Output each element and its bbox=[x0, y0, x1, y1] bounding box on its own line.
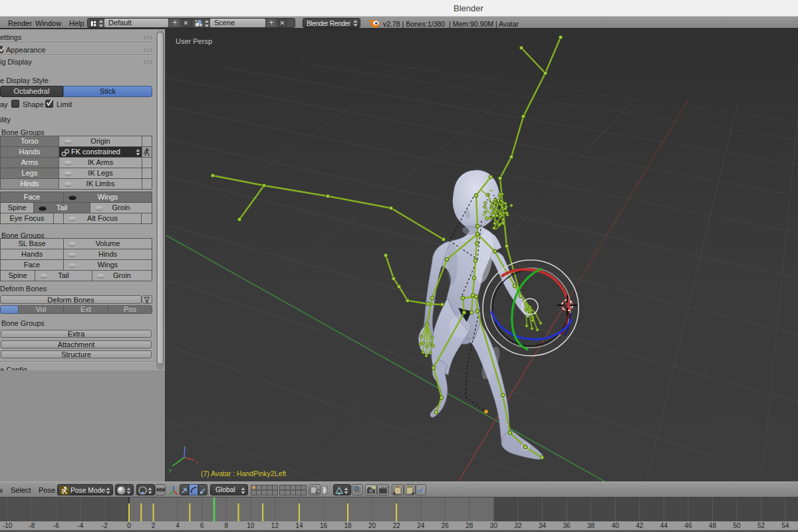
svg-text:30: 30 bbox=[490, 522, 498, 529]
svg-text:0: 0 bbox=[127, 522, 131, 529]
svg-text:24: 24 bbox=[417, 522, 425, 529]
svg-text:16: 16 bbox=[320, 522, 328, 529]
svg-text:2: 2 bbox=[152, 522, 156, 529]
svg-text:-6: -6 bbox=[53, 522, 59, 529]
svg-text:40: 40 bbox=[612, 522, 620, 529]
svg-text:4: 4 bbox=[176, 522, 180, 529]
svg-text:36: 36 bbox=[563, 522, 571, 529]
svg-text:y: y bbox=[169, 467, 172, 473]
svg-text:-8: -8 bbox=[29, 522, 35, 529]
svg-text:User Persp: User Persp bbox=[176, 37, 212, 45]
svg-text:10: 10 bbox=[247, 522, 255, 529]
svg-text:46: 46 bbox=[684, 522, 692, 529]
svg-text:48: 48 bbox=[709, 522, 717, 529]
svg-text:(7) Avatar : HandPinky2Left: (7) Avatar : HandPinky2Left bbox=[201, 469, 286, 477]
svg-text:-2: -2 bbox=[102, 522, 108, 529]
svg-text:14: 14 bbox=[295, 522, 303, 529]
svg-text:42: 42 bbox=[636, 522, 644, 529]
svg-text:22: 22 bbox=[393, 522, 401, 529]
svg-text:20: 20 bbox=[368, 522, 376, 529]
svg-text:x: x bbox=[196, 459, 198, 465]
svg-text:-10: -10 bbox=[3, 522, 13, 529]
svg-text:54: 54 bbox=[782, 522, 790, 529]
svg-text:44: 44 bbox=[660, 522, 668, 529]
svg-text:32: 32 bbox=[514, 522, 522, 529]
svg-text:38: 38 bbox=[587, 522, 595, 529]
svg-text:12: 12 bbox=[271, 522, 279, 529]
svg-text:-4: -4 bbox=[77, 522, 83, 529]
svg-text:34: 34 bbox=[539, 522, 547, 529]
svg-text:8: 8 bbox=[224, 522, 228, 529]
svg-text:50: 50 bbox=[733, 522, 741, 529]
svg-text:26: 26 bbox=[442, 522, 450, 529]
svg-text:6: 6 bbox=[200, 522, 204, 529]
svg-text:52: 52 bbox=[757, 522, 765, 529]
svg-text:28: 28 bbox=[466, 522, 473, 529]
svg-text:18: 18 bbox=[344, 522, 352, 529]
